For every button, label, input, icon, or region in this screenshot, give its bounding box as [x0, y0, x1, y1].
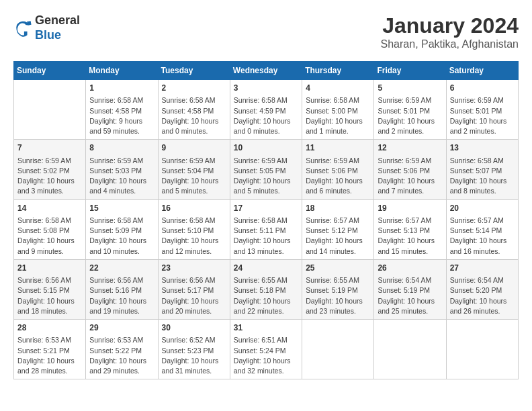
calendar-week-1: 1Sunrise: 6:58 AMSunset: 4:58 PMDaylight… — [14, 80, 519, 140]
day-info: Sunrise: 6:58 AMSunset: 5:07 PMDaylight:… — [450, 156, 515, 197]
calendar-cell: 17Sunrise: 6:58 AMSunset: 5:11 PMDayligh… — [230, 199, 302, 259]
day-number: 7 — [17, 142, 82, 154]
day-info: Sunrise: 6:59 AMSunset: 5:03 PMDaylight:… — [89, 156, 154, 197]
day-info: Sunrise: 6:55 AMSunset: 5:19 PMDaylight:… — [306, 275, 370, 316]
day-number: 20 — [450, 203, 515, 214]
header-tuesday: Tuesday — [158, 62, 230, 80]
calendar-cell: 28Sunrise: 6:53 AMSunset: 5:21 PMDayligh… — [14, 320, 86, 379]
calendar-cell: 20Sunrise: 6:57 AMSunset: 5:14 PMDayligh… — [446, 199, 518, 259]
day-number: 25 — [306, 263, 370, 274]
day-info: Sunrise: 6:58 AMSunset: 5:11 PMDaylight:… — [234, 216, 298, 257]
day-number: 21 — [17, 263, 82, 274]
header-monday: Monday — [86, 62, 158, 80]
day-number: 24 — [234, 263, 298, 274]
calendar-cell: 12Sunrise: 6:59 AMSunset: 5:06 PMDayligh… — [374, 140, 446, 199]
day-info: Sunrise: 6:57 AMSunset: 5:13 PMDaylight:… — [378, 216, 442, 257]
calendar-table: Sunday Monday Tuesday Wednesday Thursday… — [13, 61, 519, 379]
day-number: 17 — [234, 203, 298, 214]
logo-icon — [13, 19, 32, 38]
day-info: Sunrise: 6:58 AMSunset: 4:59 PMDaylight:… — [234, 95, 298, 136]
day-info: Sunrise: 6:56 AMSunset: 5:17 PMDaylight:… — [162, 275, 226, 316]
day-info: Sunrise: 6:52 AMSunset: 5:23 PMDaylight:… — [162, 335, 226, 376]
day-number: 9 — [162, 142, 226, 154]
calendar-cell: 24Sunrise: 6:55 AMSunset: 5:18 PMDayligh… — [230, 259, 302, 319]
day-info: Sunrise: 6:58 AMSunset: 5:00 PMDaylight:… — [306, 95, 370, 136]
calendar-cell: 18Sunrise: 6:57 AMSunset: 5:12 PMDayligh… — [302, 199, 374, 259]
day-number: 16 — [162, 203, 226, 214]
calendar-body: 1Sunrise: 6:58 AMSunset: 4:58 PMDaylight… — [14, 80, 519, 379]
day-number: 1 — [89, 83, 154, 94]
logo-blue-text: Blue — [35, 28, 61, 42]
day-info: Sunrise: 6:53 AMSunset: 5:22 PMDaylight:… — [89, 335, 154, 376]
day-number: 26 — [378, 263, 442, 274]
calendar-cell: 15Sunrise: 6:58 AMSunset: 5:09 PMDayligh… — [86, 199, 158, 259]
day-number: 2 — [162, 83, 226, 94]
location-subtitle: Sharan, Paktika, Afghanistan — [381, 38, 519, 50]
calendar-cell: 26Sunrise: 6:54 AMSunset: 5:19 PMDayligh… — [374, 259, 446, 319]
day-info: Sunrise: 6:58 AMSunset: 4:58 PMDaylight:… — [162, 95, 226, 136]
day-info: Sunrise: 6:59 AMSunset: 5:02 PMDaylight:… — [17, 156, 82, 197]
calendar-week-4: 21Sunrise: 6:56 AMSunset: 5:15 PMDayligh… — [14, 259, 519, 319]
day-info: Sunrise: 6:56 AMSunset: 5:16 PMDaylight:… — [89, 275, 154, 316]
calendar-cell: 7Sunrise: 6:59 AMSunset: 5:02 PMDaylight… — [14, 140, 86, 199]
calendar-cell: 22Sunrise: 6:56 AMSunset: 5:16 PMDayligh… — [86, 259, 158, 319]
day-number: 30 — [162, 322, 226, 334]
day-number: 10 — [234, 142, 298, 154]
calendar-cell: 4Sunrise: 6:58 AMSunset: 5:00 PMDaylight… — [302, 80, 374, 140]
day-number: 6 — [450, 83, 515, 94]
day-number: 3 — [234, 83, 298, 94]
page-header: General Blue January 2024 Sharan, Paktik… — [13, 13, 519, 50]
calendar-header: Sunday Monday Tuesday Wednesday Thursday… — [14, 62, 519, 80]
header-thursday: Thursday — [302, 62, 374, 80]
day-number: 8 — [89, 142, 154, 154]
calendar-cell: 10Sunrise: 6:59 AMSunset: 5:05 PMDayligh… — [230, 140, 302, 199]
day-info: Sunrise: 6:59 AMSunset: 5:06 PMDaylight:… — [378, 156, 442, 197]
day-number: 18 — [306, 203, 370, 214]
title-block: January 2024 Sharan, Paktika, Afghanista… — [381, 13, 519, 50]
calendar-cell: 14Sunrise: 6:58 AMSunset: 5:08 PMDayligh… — [14, 199, 86, 259]
day-number: 29 — [89, 322, 154, 334]
day-info: Sunrise: 6:57 AMSunset: 5:12 PMDaylight:… — [306, 216, 370, 257]
calendar-cell — [14, 80, 86, 140]
month-year-title: January 2024 — [381, 13, 519, 38]
day-info: Sunrise: 6:58 AMSunset: 5:08 PMDaylight:… — [17, 216, 82, 257]
calendar-cell: 21Sunrise: 6:56 AMSunset: 5:15 PMDayligh… — [14, 259, 86, 319]
logo-text: General Blue — [35, 13, 80, 42]
day-info: Sunrise: 6:54 AMSunset: 5:20 PMDaylight:… — [450, 275, 515, 316]
header-sunday: Sunday — [14, 62, 86, 80]
header-wednesday: Wednesday — [230, 62, 302, 80]
calendar-cell — [446, 320, 518, 379]
day-info: Sunrise: 6:54 AMSunset: 5:19 PMDaylight:… — [378, 275, 442, 316]
calendar-cell: 3Sunrise: 6:58 AMSunset: 4:59 PMDaylight… — [230, 80, 302, 140]
day-number: 5 — [378, 83, 442, 94]
calendar-cell: 6Sunrise: 6:59 AMSunset: 5:01 PMDaylight… — [446, 80, 518, 140]
calendar-cell: 13Sunrise: 6:58 AMSunset: 5:07 PMDayligh… — [446, 140, 518, 199]
day-info: Sunrise: 6:59 AMSunset: 5:05 PMDaylight:… — [234, 156, 298, 197]
day-number: 14 — [17, 203, 82, 214]
day-info: Sunrise: 6:56 AMSunset: 5:15 PMDaylight:… — [17, 275, 82, 316]
day-number: 19 — [378, 203, 442, 214]
day-info: Sunrise: 6:55 AMSunset: 5:18 PMDaylight:… — [234, 275, 298, 316]
calendar-cell: 31Sunrise: 6:51 AMSunset: 5:24 PMDayligh… — [230, 320, 302, 379]
day-info: Sunrise: 6:58 AMSunset: 5:10 PMDaylight:… — [162, 216, 226, 257]
calendar-cell: 1Sunrise: 6:58 AMSunset: 4:58 PMDaylight… — [86, 80, 158, 140]
logo-general-text: General — [35, 13, 80, 27]
day-number: 4 — [306, 83, 370, 94]
calendar-cell: 27Sunrise: 6:54 AMSunset: 5:20 PMDayligh… — [446, 259, 518, 319]
day-number: 27 — [450, 263, 515, 274]
calendar-cell: 2Sunrise: 6:58 AMSunset: 4:58 PMDaylight… — [158, 80, 230, 140]
day-info: Sunrise: 6:58 AMSunset: 5:09 PMDaylight:… — [89, 216, 154, 257]
calendar-cell: 23Sunrise: 6:56 AMSunset: 5:17 PMDayligh… — [158, 259, 230, 319]
day-number: 12 — [378, 142, 442, 154]
day-number: 22 — [89, 263, 154, 274]
calendar-cell — [302, 320, 374, 379]
calendar-cell — [374, 320, 446, 379]
day-number: 23 — [162, 263, 226, 274]
day-info: Sunrise: 6:59 AMSunset: 5:04 PMDaylight:… — [162, 156, 226, 197]
day-info: Sunrise: 6:58 AMSunset: 4:58 PMDaylight:… — [89, 95, 154, 136]
calendar-cell: 16Sunrise: 6:58 AMSunset: 5:10 PMDayligh… — [158, 199, 230, 259]
calendar-cell: 25Sunrise: 6:55 AMSunset: 5:19 PMDayligh… — [302, 259, 374, 319]
header-friday: Friday — [374, 62, 446, 80]
day-info: Sunrise: 6:59 AMSunset: 5:06 PMDaylight:… — [306, 156, 370, 197]
day-number: 28 — [17, 322, 82, 334]
